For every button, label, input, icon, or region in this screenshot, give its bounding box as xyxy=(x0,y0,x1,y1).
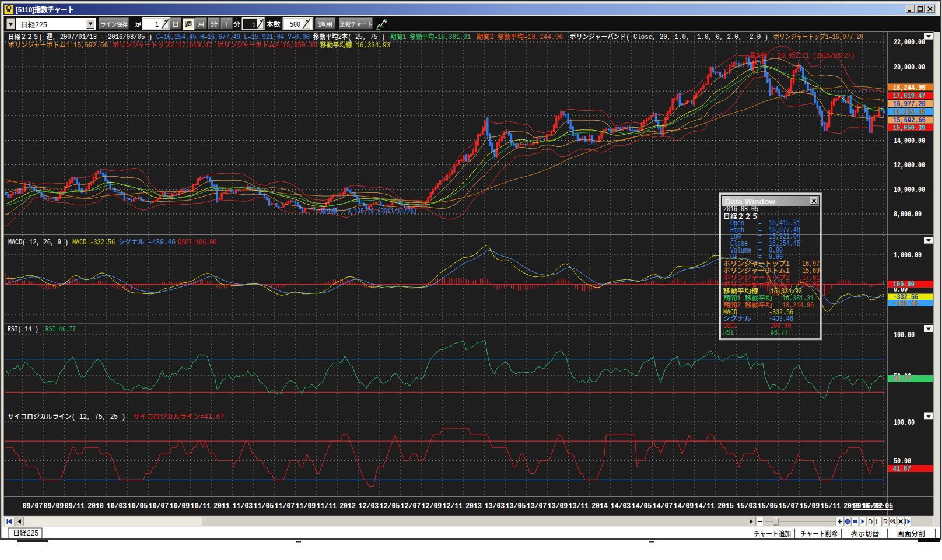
svg-text:本数: 本数 xyxy=(267,19,281,29)
svg-text:12/07: 12/07 xyxy=(401,502,421,510)
svg-text:09/07: 09/07 xyxy=(23,502,43,510)
svg-text:11/05: 11/05 xyxy=(254,502,274,510)
svg-text:移動平均2本( 25, 75 ): 移動平均2本( 25, 75 ) xyxy=(313,33,385,41)
svg-text:17,619.47: 17,619.47 xyxy=(893,92,926,100)
svg-text:[5110]指数チャート: [5110]指数チャート xyxy=(16,4,74,15)
svg-text:500: 500 xyxy=(290,21,300,29)
svg-text:週: 週 xyxy=(185,19,192,29)
svg-text:10/03: 10/03 xyxy=(107,502,127,510)
svg-text:2012: 2012 xyxy=(339,502,356,510)
svg-text:2010: 2010 xyxy=(87,502,104,510)
svg-text:10/05: 10/05 xyxy=(128,502,148,510)
svg-text:15/03: 15/03 xyxy=(737,502,757,510)
svg-text:13/11: 13/11 xyxy=(569,502,589,510)
svg-text:日: 日 xyxy=(172,19,180,29)
svg-text:L: L xyxy=(876,518,880,526)
svg-text:月: 月 xyxy=(198,19,205,29)
svg-text:2011: 2011 xyxy=(213,502,230,510)
svg-text:12/11: 12/11 xyxy=(443,502,463,510)
svg-text:T: T xyxy=(225,19,230,29)
svg-text:RSI=46.77: RSI=46.77 xyxy=(45,326,76,334)
svg-text:106.90: 106.90 xyxy=(893,281,915,289)
svg-text:期間2 移動平均=18,244.96: 期間2 移動平均=18,244.96 xyxy=(477,33,563,41)
svg-text:16,977.20: 16,977.20 xyxy=(893,100,926,108)
svg-text:1: 1 xyxy=(155,21,159,29)
svg-text:MACD( 12, 26, 9 ): MACD( 12, 26, 9 ) xyxy=(8,239,68,247)
svg-text:比較チャート: 比較チャート xyxy=(340,19,373,29)
svg-text:14/05: 14/05 xyxy=(632,502,652,510)
svg-text:46.77: 46.77 xyxy=(893,375,911,383)
svg-text:2016-08-05: 2016-08-05 xyxy=(853,502,893,510)
svg-text:最大値 : 20,952.71 (2015/06/27): 最大値 : 20,952.71 (2015/06/27) xyxy=(750,51,855,60)
svg-text:C=16,254.45 H=16,677.49 L=15,9: C=16,254.45 H=16,677.49 L=15,921.04 V=0.… xyxy=(156,33,310,41)
svg-text:09/09: 09/09 xyxy=(44,502,64,510)
svg-text:R: R xyxy=(883,518,888,526)
svg-text:期間1 移動平均=16,381.31: 期間1 移動平均=16,381.31 xyxy=(390,33,471,41)
svg-text:ボリンジャートップ2=17,619.47: ボリンジャートップ2=17,619.47 xyxy=(113,41,212,50)
svg-text:13/05: 13/05 xyxy=(506,502,526,510)
svg-text:15/07: 15/07 xyxy=(779,502,799,510)
svg-text:Data Window: Data Window xyxy=(725,198,775,206)
svg-text:22,000.00: 22,000.00 xyxy=(894,38,925,47)
svg-text:日経225: 日経225 xyxy=(13,527,38,538)
svg-text:11/03: 11/03 xyxy=(233,502,253,510)
svg-text:10,000.00: 10,000.00 xyxy=(894,186,925,194)
svg-text:最小値 : 8,135.79 (2011/11/26): 最小値 : 8,135.79 (2011/11/26) xyxy=(321,207,417,216)
svg-text:11/09: 11/09 xyxy=(296,502,316,510)
svg-text:ボリンジャーバンド( Close, 20, 1.0, -1.: ボリンジャーバンド( Close, 20, 1.0, -1.0, 0, 2.0,… xyxy=(570,33,768,41)
svg-text:画面分割: 画面分割 xyxy=(897,528,925,538)
svg-text:15,050.39: 15,050.39 xyxy=(893,124,926,132)
svg-text:2015: 2015 xyxy=(717,502,734,510)
svg-text:11/07: 11/07 xyxy=(275,502,295,510)
svg-text:20,000.00: 20,000.00 xyxy=(894,63,925,72)
svg-text:ボリンジャーボトム2=15,050.39: ボリンジャーボトム2=15,050.39 xyxy=(217,41,317,50)
svg-text:100.00: 100.00 xyxy=(894,418,915,427)
svg-text:15/09: 15/09 xyxy=(800,502,820,510)
svg-text:2014: 2014 xyxy=(591,502,608,510)
svg-text:適用: 適用 xyxy=(318,19,333,29)
svg-text:RSI( 14 ): RSI( 14 ) xyxy=(8,326,38,334)
svg-text:MACD=-332.56: MACD=-332.56 xyxy=(72,239,115,247)
svg-text:12/09: 12/09 xyxy=(422,502,442,510)
svg-text:分: 分 xyxy=(211,19,218,29)
svg-text:14,000.00: 14,000.00 xyxy=(894,136,925,145)
svg-text:2013: 2013 xyxy=(465,502,482,510)
svg-text:11/11: 11/11 xyxy=(317,502,337,510)
svg-text:41.67: 41.67 xyxy=(893,465,911,473)
svg-text:15/05: 15/05 xyxy=(758,502,778,510)
svg-text:14/09: 14/09 xyxy=(674,502,694,510)
svg-text:チャート追加: チャート追加 xyxy=(754,528,791,538)
svg-text:シグナル=-439.46: シグナル=-439.46 xyxy=(118,238,176,247)
svg-text:ライン保存: ライン保存 xyxy=(100,19,128,29)
svg-text:チャート削除: チャート削除 xyxy=(800,528,838,538)
svg-text:15/11: 15/11 xyxy=(821,502,841,510)
svg-text:10/11: 10/11 xyxy=(191,502,211,510)
svg-text:サイコロジカルライン( 12, 75, 25 ): サイコロジカルライン( 12, 75, 25 ) xyxy=(8,413,125,421)
svg-text:足: 足 xyxy=(135,19,142,29)
svg-text:日経２２５( 週, 2007/01/13 - 2016/08: 日経２２５( 週, 2007/01/13 - 2016/08/05 ) xyxy=(8,33,152,41)
svg-text:46.77: 46.77 xyxy=(771,329,788,337)
svg-text:10/07: 10/07 xyxy=(149,502,169,510)
svg-text:14/03: 14/03 xyxy=(611,502,631,510)
svg-text:分: 分 xyxy=(233,19,240,29)
svg-text:09/11: 09/11 xyxy=(65,502,85,510)
svg-text:サイコロジカルライン=41.67: サイコロジカルライン=41.67 xyxy=(133,413,224,421)
svg-text:表示切替: 表示切替 xyxy=(850,528,879,538)
svg-text:ボリンジャーボトム1=15,692.66: ボリンジャーボトム1=15,692.66 xyxy=(8,41,108,50)
svg-text:10/09: 10/09 xyxy=(170,502,190,510)
svg-text:12,000.00: 12,000.00 xyxy=(894,161,925,170)
svg-text:RSI: RSI xyxy=(723,329,734,337)
svg-text:OSCI=106.90: OSCI=106.90 xyxy=(178,239,216,247)
svg-text:16,254.45: 16,254.45 xyxy=(893,108,926,117)
svg-text:5: 5 xyxy=(252,21,255,29)
svg-text:14/11: 14/11 xyxy=(695,502,715,510)
svg-text:50.00: 50.00 xyxy=(894,457,911,466)
svg-text:13/09: 13/09 xyxy=(548,502,568,510)
svg-text:ボリンジャートップ1=16,977.20: ボリンジャートップ1=16,977.20 xyxy=(773,33,863,41)
svg-text:13/07: 13/07 xyxy=(527,502,547,510)
svg-text:-439.46: -439.46 xyxy=(893,300,918,308)
svg-text:12/05: 12/05 xyxy=(380,502,400,510)
svg-text:14/07: 14/07 xyxy=(653,502,673,510)
svg-text:12/03: 12/03 xyxy=(359,502,379,510)
svg-text:1,000.00: 1,000.00 xyxy=(894,251,922,260)
